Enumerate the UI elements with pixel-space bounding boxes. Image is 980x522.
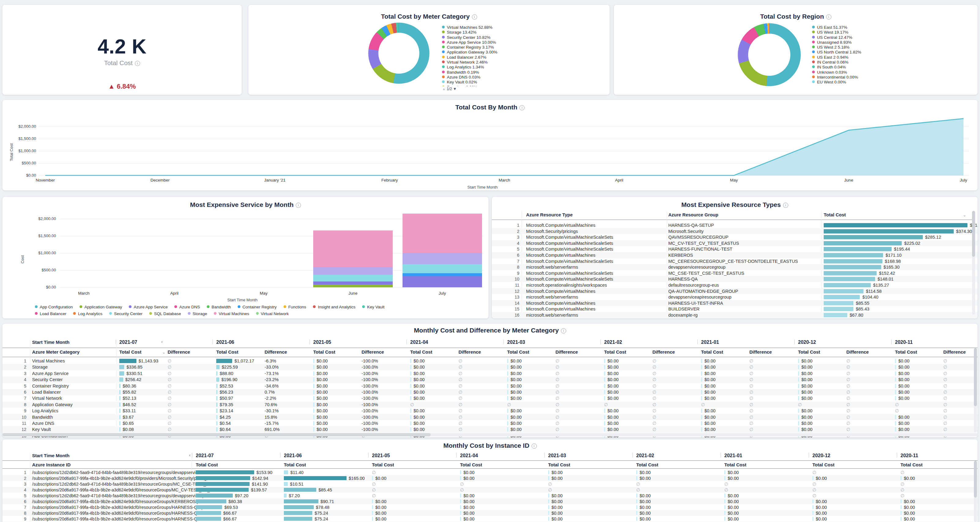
table-row[interactable]: 12Microsoft.Compute/virtualMachinesQA-AU… [492,288,978,294]
legend-item-2[interactable]: Security Center 10.82% [442,35,497,40]
table-row[interactable]: 4Microsoft.Compute/virtualMachineScaleSe… [492,240,978,246]
col-header-total-cost[interactable]: Total Cost [460,462,482,467]
col-header-difference[interactable]: Difference [749,349,772,354]
info-icon[interactable]: i [472,14,477,19]
table-row[interactable]: 9Log Analytics$33.11∅$23.14-30.1%$0.00-1… [2,408,978,414]
table-row[interactable]: 4Security Center$256.42∅$196.90-23.2%$0.… [2,376,978,382]
col-header-instance-id[interactable]: Azure Instance ID [32,462,71,467]
col-header-total-cost[interactable]: Total Cost [701,349,723,354]
legend-item-2[interactable]: US Central 12.47% [812,35,861,40]
legend-item-sql-database[interactable]: SQL Database [149,311,181,316]
col-header-total-cost[interactable]: Total Cost [410,349,432,354]
col-header-resource-group[interactable]: Azure Resource Group [668,212,718,217]
table-row[interactable]: 8Application Gateway$46.52∅$79.3570.6%$0… [2,401,978,408]
col-header-difference[interactable]: Difference [943,349,966,354]
table-row[interactable]: 7/subscriptions/20d6a917-99fa-4b1b-9b2e-… [2,504,978,510]
bar-segment-container-registry[interactable] [402,273,482,276]
bar-segment-security-center[interactable] [313,275,393,281]
legend-item-app-configuration[interactable]: App Configuration [35,305,73,309]
table-row[interactable]: 2/subscriptions/20d6a917-99fa-4b1b-9b2e-… [2,475,978,481]
table-row[interactable]: 5Microsoft.Compute/virtualMachineScaleSe… [492,246,978,252]
col-header-total-cost[interactable]: Total Cost [812,462,834,467]
table-row[interactable]: 7Virtual Network$52.13∅$50.97-2.2%$0.00-… [2,395,978,401]
bar-segment-storage[interactable] [402,253,482,265]
collapse-chevron-icon[interactable]: ‹ [161,339,163,344]
legend-item-virtual-network[interactable]: Virtual Network [256,311,289,316]
table-row[interactable]: 3Azure App Service$330.51∅$88.80-73.1%$0… [2,370,978,376]
legend-item-1[interactable]: Storage 13.42% [442,30,497,35]
bar-segment-storage[interactable] [313,267,393,275]
table-row[interactable]: 15Microsoft.Compute/virtualMachinesBUILD… [492,306,978,312]
col-header-difference[interactable]: Difference [555,349,578,354]
col-header-total-cost[interactable]: Total Cost [196,462,218,467]
table-row[interactable]: 11microsoft.operationalinsights/workspac… [492,282,978,288]
legend-item-1[interactable]: US West 19.17% [812,30,861,35]
col-header-total-cost[interactable]: Total Cost [216,349,238,354]
legend-item-7[interactable]: Virtual Network 2.46% [442,60,497,65]
vertical-scrollbar-thumb[interactable] [974,348,977,406]
table-row[interactable]: 10Microsoft.Compute/virtualMachineScaleS… [492,276,978,282]
table-row[interactable]: 16microsoft.web/serverfarmsdocexample-rg… [492,312,978,318]
legend-item-3[interactable]: Azure App Service 10.00% [442,40,497,45]
bar-segment-azure-app-service[interactable] [313,281,393,284]
info-icon[interactable]: i [826,14,831,19]
legend-item-5[interactable]: Application Gateway 3.00% [442,50,497,55]
col-header-difference[interactable]: Difference [168,349,190,354]
legend-item-container-registry[interactable]: Container Registry [238,305,277,309]
col-header-total-cost[interactable]: Total Cost [724,462,746,467]
legend-item-8[interactable]: Log Analytics 1.34% [442,65,497,70]
table-row[interactable]: 1/subscriptions/12d2db62-5aa9-471d-84bb-… [2,470,978,475]
legend-item-key-vault[interactable]: Key Vault [362,305,385,309]
table-row[interactable]: 14Microsoft.Compute/virtualMachinesHARNE… [492,300,978,306]
table-row[interactable]: 10Bandwidth$3.67∅$4.2515.8%$0.00-100.0%$… [2,414,978,420]
legend-item-application-gateway[interactable]: Application Gateway [80,305,122,309]
col-header-total-cost[interactable]: Total Cost [636,462,658,467]
legend-item-7[interactable]: IN Central 0.06% [812,60,861,65]
region-donut-chart[interactable] [738,23,801,86]
table-row[interactable]: 9/subscriptions/20d6a917-99fa-4b1b-9b2e-… [2,516,978,522]
table-row[interactable]: 2Storage$336.85∅$225.59-33.0%$0.00-100.0… [2,364,978,370]
legend-item-12[interactable]: Functions 0.00% [442,85,497,86]
col-header-difference[interactable]: Difference [652,349,675,354]
legend-item-11[interactable]: Key Vault 0.02% [442,80,497,85]
legend-item-storage[interactable]: Storage [188,311,207,316]
legend-item-virtual-machines[interactable]: Virtual Machines [214,311,249,316]
col-header-total-cost[interactable]: Total Cost [313,349,335,354]
col-header-difference[interactable]: Difference [458,349,481,354]
bar-segment-virtual-machines[interactable] [313,230,393,267]
table-row[interactable]: 1Virtual Machines$1,143.93∅$1,072.17-6.3… [2,358,978,364]
col-header-total-cost[interactable]: Total Cost [548,462,570,467]
bar-segment-azure-app-service[interactable] [402,276,482,287]
legend-item-log-analytics[interactable]: Log Analytics [73,311,102,316]
col-header-total-cost[interactable]: Total Cost [824,212,846,217]
legend-item-10[interactable]: Intercontinental 0.00% [812,75,861,80]
legend-item-functions[interactable]: Functions [283,305,307,309]
col-header-total-cost[interactable]: Total Cost [604,349,626,354]
col-header-difference[interactable]: Difference [361,349,384,354]
sort-chevron-icon[interactable]: ⌄ [162,350,165,354]
legend-item-bandwidth[interactable]: Bandwidth [207,305,231,309]
vertical-scrollbar-thumb[interactable] [972,211,975,257]
col-header-total-cost[interactable]: Total Cost [798,349,820,354]
col-header-category[interactable]: Azure Meter Category [32,349,80,354]
table-row[interactable]: 12Key Vault$0.08∅$0.64691.0%$0.00-100.0%… [2,426,978,432]
legend-item-8[interactable]: IN South 0.04% [812,65,861,70]
legend-item-3[interactable]: Unassigned 8.93% [812,40,861,45]
table-row[interactable]: 3/subscriptions/12d2db62-5aa9-471d-84bb-… [2,481,978,487]
bar-segment-application-gateway[interactable] [313,284,393,287]
table-row[interactable]: 6Microsoft.Compute/virtualMachinesKERBER… [492,252,978,258]
legend-item-4[interactable]: Container Registry 3.17% [442,45,497,50]
col-header-resource-type[interactable]: Azure Resource Type [526,212,573,217]
legend-item-11[interactable]: EU West 0.00% [812,80,861,85]
table-row[interactable]: 6/subscriptions/20d6a917-99fa-4b1b-9b2e-… [2,498,978,504]
col-header-total-cost[interactable]: Total Cost [900,462,923,467]
legend-item-0[interactable]: Virtual Machines 52.88% [442,25,497,30]
sort-chevron-icon[interactable]: ⌄ [963,213,966,217]
area-chart[interactable]: $0.00$500.00$1,000.00$1,500.00$2,000.00T… [2,100,978,190]
legend-item-10[interactable]: Azure DNS 0.03% [442,75,497,80]
page-up-icon[interactable]: ▲ [442,87,445,91]
bar-segment-security-center[interactable] [402,264,482,273]
bar-segment-virtual-machines[interactable] [402,214,482,253]
table-row[interactable]: 5Container Registry$80.36∅$52.53-34.6%$0… [2,383,978,389]
col-header-difference[interactable]: Difference [264,349,287,354]
